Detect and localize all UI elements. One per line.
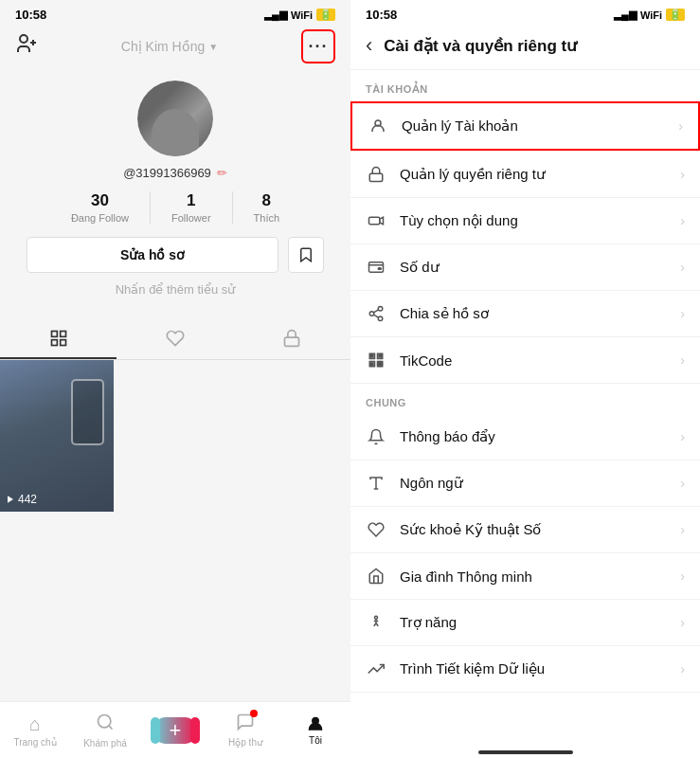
- svg-rect-31: [378, 362, 380, 364]
- battery-icon-right: 🔋: [666, 9, 685, 21]
- follower-count: 1: [187, 191, 195, 210]
- following-count: 30: [91, 191, 109, 210]
- stats-row: 30 Đang Follow 1 Follower 8 Thích: [0, 191, 350, 224]
- settings-item-accessibility[interactable]: Trợ năng ›: [350, 600, 700, 646]
- svg-point-37: [375, 616, 378, 619]
- svg-rect-27: [371, 355, 373, 357]
- settings-item-content[interactable]: Tùy chọn nội dung ›: [350, 198, 700, 244]
- share-profile-label: Chia sẻ hồ sơ: [400, 305, 680, 322]
- tab-videos[interactable]: [0, 319, 117, 359]
- accessibility-label: Trợ năng: [400, 614, 680, 631]
- chevron-right-icon-8: ›: [680, 476, 685, 491]
- svg-rect-5: [51, 340, 57, 346]
- create-button[interactable]: +: [155, 717, 195, 744]
- bio-placeholder[interactable]: Nhấn để thêm tiểu sử: [116, 282, 236, 297]
- chevron-right-icon-11: ›: [680, 615, 685, 630]
- time-left: 10:58: [15, 8, 46, 22]
- nav-home-label: Trang chủ: [13, 737, 56, 748]
- settings-list: TÀI KHOẢN Quản lý Tài khoản › Quản lý qu…: [350, 70, 700, 739]
- person-icon: [368, 116, 388, 136]
- avatar: [137, 81, 213, 156]
- likes-count: 8: [262, 191, 271, 210]
- phone-shape: [71, 379, 104, 445]
- home-icon: [366, 566, 386, 587]
- back-button[interactable]: ‹: [366, 33, 372, 58]
- time-right: 10:58: [366, 8, 397, 22]
- notifications-label: Thông báo đẩy: [400, 428, 680, 445]
- battery-icon: 🔋: [316, 9, 335, 21]
- balance-label: Số dư: [400, 259, 680, 276]
- svg-point-21: [378, 316, 383, 321]
- tab-private[interactable]: [234, 319, 350, 359]
- chevron-right-icon: ›: [678, 118, 683, 134]
- video-grid: 442: [0, 360, 350, 701]
- svg-rect-29: [371, 363, 373, 365]
- nav-home[interactable]: ⌂ Trang chủ: [0, 713, 70, 748]
- action-row: Sửa hồ sơ: [27, 237, 325, 273]
- status-icons-right: ▂▄▆ WiFi 🔋: [614, 9, 685, 21]
- nav-inbox[interactable]: Hộp thư: [210, 713, 280, 748]
- svg-line-10: [109, 725, 113, 729]
- settings-item-digital-health[interactable]: Sức khoẻ Kỹ thuật Số ›: [350, 507, 700, 553]
- section-header-general: CHUNG: [350, 384, 700, 414]
- status-bar-left: 10:58 ▂▄▆ WiFi 🔋: [0, 0, 350, 26]
- lock-icon: [366, 164, 386, 185]
- nav-create[interactable]: +: [140, 717, 210, 744]
- svg-rect-18: [378, 268, 381, 270]
- inbox-icon-container: [236, 713, 255, 735]
- play-count: 442: [6, 493, 108, 506]
- share-icon: [366, 303, 386, 324]
- add-user-button[interactable]: [15, 32, 38, 61]
- user-id-text: @31991366969: [123, 166, 211, 180]
- content-options-label: Tùy chọn nội dung: [400, 212, 680, 229]
- nav-discover[interactable]: Khám phá: [70, 713, 140, 749]
- settings-item-notifications[interactable]: Thông báo đẩy ›: [350, 414, 700, 460]
- language-label: Ngôn ngữ: [400, 475, 680, 492]
- chevron-right-icon-12: ›: [680, 661, 685, 677]
- right-panel: 10:58 ▂▄▆ WiFi 🔋 ‹ Cài đặt và quyền riên…: [350, 0, 700, 758]
- settings-item-tikcode[interactable]: TikCode ›: [350, 337, 700, 384]
- settings-item-balance[interactable]: Số dư ›: [350, 244, 700, 291]
- svg-rect-4: [60, 332, 65, 337]
- user-id-row: @31991366969 ✏: [123, 166, 227, 180]
- avatar-silhouette: [152, 109, 199, 156]
- svg-line-22: [373, 315, 378, 317]
- chevron-right-icon-2: ›: [680, 167, 685, 182]
- video-icon: [366, 210, 386, 231]
- settings-item-family[interactable]: Gia đình Thông minh ›: [350, 553, 700, 600]
- video-thumbnail[interactable]: 442: [0, 360, 114, 512]
- username-area[interactable]: Chị Kim Hồng ▼: [121, 39, 218, 54]
- settings-top-nav: ‹ Cài đặt và quyền riêng tư: [350, 26, 700, 70]
- svg-rect-32: [381, 365, 383, 367]
- edit-profile-button[interactable]: Sửa hồ sơ: [27, 237, 279, 273]
- data-saver-label: Trình Tiết kiệm Dữ liệu: [400, 660, 680, 677]
- digital-health-label: Sức khoẻ Kỹ thuật Số: [400, 521, 680, 538]
- settings-item-language[interactable]: Ngôn ngữ ›: [350, 460, 700, 507]
- stat-likes: 8 Thích: [233, 191, 301, 224]
- nav-inbox-label: Hộp thư: [228, 737, 262, 748]
- edit-pencil-icon[interactable]: ✏: [217, 166, 227, 180]
- settings-item-share-profile[interactable]: Chia sẻ hồ sơ ›: [350, 291, 700, 337]
- svg-point-0: [20, 35, 27, 43]
- plus-icon: +: [170, 718, 182, 743]
- account-manage-label: Quản lý Tài khoản: [402, 117, 678, 135]
- page-title: Cài đặt và quyền riêng tư: [384, 36, 577, 56]
- stat-following: 30 Đang Follow: [50, 191, 151, 224]
- inbox-badge-dot: [250, 710, 258, 717]
- font-icon: [366, 473, 386, 494]
- home-indicator-bar: [478, 750, 573, 754]
- nav-profile[interactable]: Tôi: [280, 714, 350, 746]
- chevron-right-icon-3: ›: [680, 213, 685, 228]
- more-button[interactable]: ···: [301, 29, 335, 63]
- svg-rect-7: [285, 337, 299, 346]
- tab-liked[interactable]: [117, 319, 233, 359]
- home-icon: ⌂: [29, 713, 41, 735]
- nav-profile-label: Tôi: [309, 735, 322, 746]
- settings-item-privacy[interactable]: Quản lý quyền riêng tư ›: [350, 152, 700, 198]
- bottom-nav: ⌂ Trang chủ Khám phá + H: [0, 701, 350, 758]
- signal-icon-right: ▂▄▆: [614, 9, 637, 21]
- settings-item-data-saver[interactable]: Trình Tiết kiệm Dữ liệu ›: [350, 646, 700, 693]
- settings-item-account-manage[interactable]: Quản lý Tài khoản ›: [350, 101, 700, 151]
- bottom-indicator: [350, 739, 700, 758]
- bookmark-button[interactable]: [288, 237, 324, 273]
